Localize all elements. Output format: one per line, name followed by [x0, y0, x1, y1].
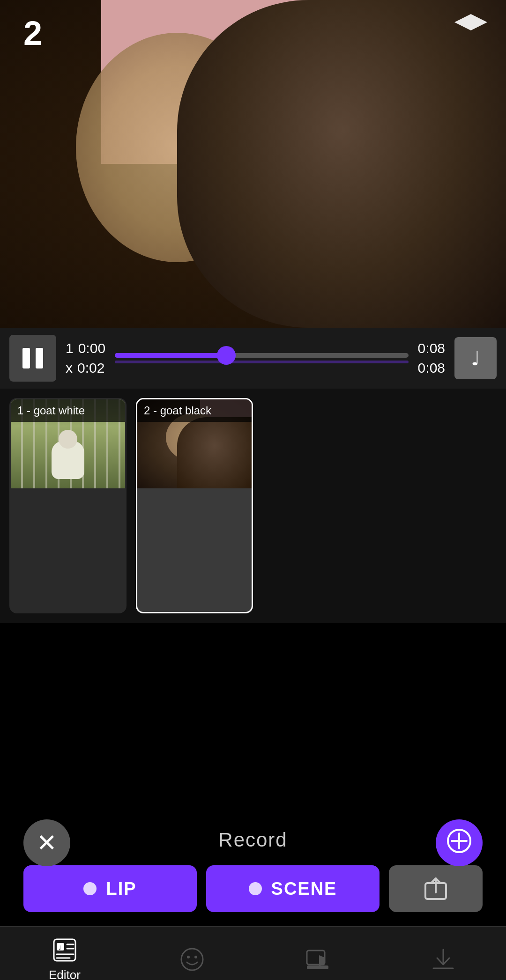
content-spacer: [0, 623, 506, 801]
action-area: ✕ Record LIP SCENE: [0, 801, 506, 926]
lip-record-dot: [83, 882, 97, 895]
nav-item-emoji[interactable]: [178, 945, 206, 973]
nav-item-media[interactable]: [304, 945, 332, 973]
music-note-icon: ♩: [471, 347, 480, 370]
progress-track[interactable]: [115, 353, 409, 358]
record-buttons: LIP SCENE: [23, 865, 483, 912]
share-button[interactable]: [389, 865, 483, 912]
shield-icon: [454, 14, 487, 30]
add-button[interactable]: [436, 819, 483, 866]
scene-thumb-1: 1 - goat white: [11, 399, 125, 488]
svg-point-14: [194, 956, 197, 958]
scene-button[interactable]: SCENE: [206, 865, 380, 912]
track-number: 1: [66, 339, 74, 358]
share-icon: [424, 877, 448, 901]
scene-label: SCENE: [271, 879, 337, 899]
svg-point-13: [187, 956, 190, 958]
scene-record-dot: [249, 882, 262, 895]
scene-number: 2: [23, 14, 42, 52]
end-time-top: 0:08: [418, 339, 445, 358]
record-label: Record: [23, 819, 483, 865]
svg-text:♩: ♩: [59, 944, 61, 951]
editor-label: Editor: [49, 968, 81, 980]
music-button[interactable]: ♩: [454, 337, 497, 379]
current-time: 0:00: [78, 339, 105, 358]
bottom-nav: ♩ Editor: [0, 926, 506, 980]
multiplier-label: x: [66, 358, 73, 378]
lip-button[interactable]: LIP: [23, 865, 197, 912]
nav-item-download[interactable]: [429, 945, 457, 973]
scene-thumb-2: 2 - goat black: [137, 399, 252, 488]
progress-fill: [115, 353, 226, 358]
scene-card-2[interactable]: 2 - goat black: [136, 398, 253, 613]
video-preview: 2: [0, 0, 506, 328]
scene-grid: 1 - goat white 2 - goat black: [0, 389, 506, 623]
svg-point-12: [181, 949, 203, 970]
emoji-icon: [178, 945, 206, 973]
add-icon: [447, 829, 471, 857]
multiplier-value: 0:02: [77, 358, 104, 378]
scene-card-1[interactable]: 1 - goat white: [9, 398, 126, 613]
controls-bar: 1 0:00 x 0:02 0:08 0:08 ♩: [0, 328, 506, 389]
media-icon: [304, 945, 332, 973]
progress-track-secondary: [115, 361, 409, 363]
time-info: 1 0:00 x 0:02: [66, 339, 105, 378]
lip-label: LIP: [106, 879, 136, 899]
end-time-bottom: 0:08: [418, 358, 445, 378]
scene-label-1: 1 - goat white: [11, 399, 125, 422]
progress-container[interactable]: [115, 353, 409, 363]
pause-button[interactable]: [9, 335, 56, 382]
nav-item-editor[interactable]: ♩ Editor: [49, 936, 81, 980]
download-icon: [429, 945, 457, 973]
pause-icon: [22, 348, 43, 368]
cancel-button[interactable]: ✕: [23, 819, 70, 866]
scene-label-2: 2 - goat black: [137, 399, 252, 422]
svg-rect-17: [307, 965, 328, 969]
cancel-icon: ✕: [37, 831, 57, 855]
editor-icon: ♩: [51, 936, 79, 964]
duration-info: 0:08 0:08: [418, 339, 445, 378]
